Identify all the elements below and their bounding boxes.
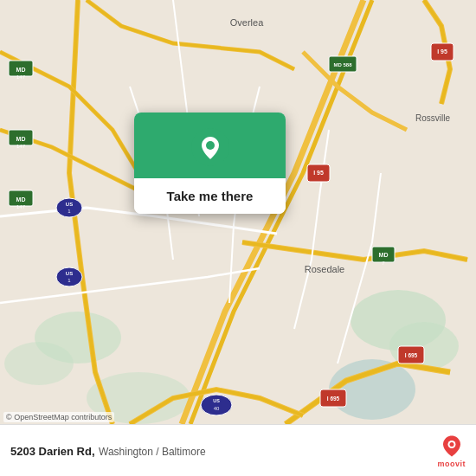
svg-text:I 95: I 95 (313, 170, 324, 176)
svg-text:Rossville: Rossville (415, 113, 450, 123)
svg-text:I 695: I 695 (327, 396, 340, 402)
svg-text:US: US (66, 271, 73, 276)
svg-text:I 695: I 695 (405, 352, 418, 358)
address-line: 5203 Darien Rd, (10, 445, 95, 458)
location-pin-icon (191, 128, 229, 166)
svg-text:Rosedale: Rosedale (305, 264, 344, 274)
svg-point-5 (4, 342, 74, 385)
svg-text:MD: MD (16, 67, 26, 73)
take-me-there-button[interactable]: Take me there (134, 178, 286, 214)
moovit-logo: moovit (437, 434, 466, 467)
svg-text:MD: MD (16, 196, 26, 203)
popup-header (134, 113, 286, 178)
svg-text:147: 147 (16, 74, 26, 80)
svg-text:147: 147 (16, 204, 26, 209)
svg-point-43 (206, 141, 215, 150)
map-container: MD 147 MD 147 MD 147 US 1 US 1 I 95 I 95… (0, 0, 476, 424)
svg-text:40: 40 (214, 406, 220, 411)
city-line: Washington / Baltimore (99, 446, 206, 458)
svg-point-45 (449, 442, 453, 447)
svg-text:MD: MD (16, 136, 26, 142)
svg-text:Overlea: Overlea (230, 17, 264, 28)
moovit-label: moovit (437, 459, 466, 467)
svg-text:MD 588: MD 588 (333, 62, 352, 68)
svg-text:MD: MD (379, 252, 389, 258)
address-section: 5203 Darien Rd, Washington / Baltimore (10, 443, 466, 459)
moovit-pin-icon (440, 434, 464, 458)
svg-text:US: US (213, 398, 220, 403)
popup-card: Take me there (134, 113, 286, 214)
svg-text:US: US (66, 202, 73, 207)
map-attribution: © OpenStreetMap contributors (3, 412, 114, 422)
svg-text:I 95: I 95 (437, 48, 447, 55)
bottom-bar: 5203 Darien Rd, Washington / Baltimore m… (0, 424, 476, 476)
svg-text:147: 147 (16, 144, 26, 149)
